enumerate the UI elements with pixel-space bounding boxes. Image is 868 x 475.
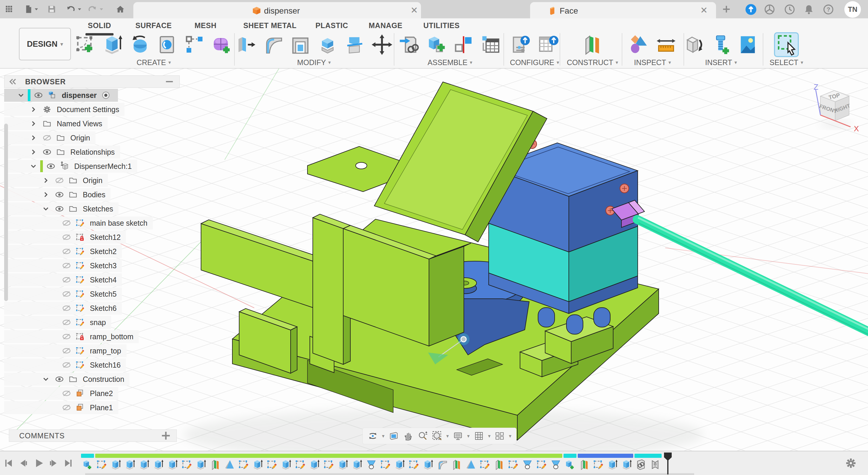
- ribbon-tab-utilities[interactable]: UTILITIES: [423, 21, 460, 30]
- timeline-feature-hole-icon[interactable]: [521, 458, 534, 471]
- timeline-feature-sketch-icon[interactable]: [507, 458, 520, 471]
- timeline-feature-sketch-icon[interactable]: [266, 458, 278, 471]
- timeline-feature-extrude-icon[interactable]: [152, 458, 165, 471]
- add-comment-icon[interactable]: [160, 431, 172, 441]
- tree-item-dispenser[interactable]: dispenser: [4, 89, 118, 102]
- revolve-button[interactable]: [128, 32, 153, 57]
- tree-item-origin[interactable]: Origin: [4, 131, 95, 144]
- timeline-feature-extrude-icon[interactable]: [124, 458, 136, 471]
- tree-expand-icon[interactable]: [27, 160, 40, 173]
- press-pull-button[interactable]: [234, 32, 258, 57]
- configuration-table-button[interactable]: [536, 32, 561, 57]
- tree-item-sketch16[interactable]: Sketch16: [4, 358, 126, 372]
- timeline-feature-hole-icon[interactable]: [550, 458, 562, 471]
- chevron-down-icon[interactable]: ▾: [467, 433, 470, 439]
- tree-expand-icon[interactable]: [27, 146, 40, 158]
- fastener-button[interactable]: [709, 32, 734, 57]
- step-back-button[interactable]: [17, 457, 30, 470]
- timeline-feature-plane-icon[interactable]: [578, 458, 590, 471]
- timeline-feature-sketch-icon[interactable]: [322, 458, 335, 471]
- redo-caret-icon[interactable]: [98, 4, 105, 14]
- visibility-off-icon[interactable]: [60, 273, 73, 286]
- zoom-tool[interactable]: [417, 431, 428, 441]
- tree-expand-icon[interactable]: [27, 117, 40, 130]
- component-table-button[interactable]: [478, 32, 503, 57]
- close-tab-icon[interactable]: ✕: [410, 6, 418, 15]
- tree-expand-icon[interactable]: [27, 131, 40, 144]
- chevron-down-icon[interactable]: ▾: [168, 59, 171, 66]
- new-document-icon[interactable]: [721, 4, 732, 14]
- timeline-feature-extrude-icon[interactable]: [394, 458, 406, 471]
- ribbon-tab-manage[interactable]: MANAGE: [369, 21, 402, 30]
- tree-item-construction[interactable]: Construction: [4, 373, 129, 386]
- ribbon-group-label[interactable]: SELECT: [770, 58, 798, 67]
- extensions-icon[interactable]: [764, 4, 775, 16]
- timeline-feature-sketch-icon[interactable]: [238, 458, 250, 471]
- tree-item-bodies[interactable]: Bodies: [4, 188, 111, 201]
- tree-item-sketch12[interactable]: Sketch12: [4, 231, 126, 244]
- timeline-feature-extrude-icon[interactable]: [351, 458, 363, 471]
- visibility-on-icon[interactable]: [53, 188, 66, 201]
- tree-item-plane2[interactable]: Plane2: [4, 387, 118, 400]
- play-button[interactable]: [33, 457, 45, 470]
- viewport-3d[interactable]: TOPFRONTRIGHTZX: [0, 0, 868, 475]
- timeline-feature-sketch-icon[interactable]: [592, 458, 604, 471]
- measure-shapes-button[interactable]: [626, 32, 651, 57]
- orbit-tool[interactable]: [368, 431, 378, 441]
- timeline-feature-hole-icon[interactable]: [365, 458, 377, 471]
- new-component-button[interactable]: [424, 32, 449, 57]
- tree-item-sketch4[interactable]: Sketch4: [4, 273, 122, 286]
- timeline-feature-fillet-icon[interactable]: [436, 458, 448, 471]
- timeline-feature-sketch-icon[interactable]: [95, 458, 108, 471]
- fit-tool[interactable]: [432, 431, 442, 441]
- skip-start-button[interactable]: [2, 457, 16, 470]
- undo-caret-icon[interactable]: [76, 4, 83, 14]
- tree-item-sketch2[interactable]: Sketch2: [4, 245, 122, 258]
- chevron-down-icon[interactable]: ▾: [446, 433, 449, 439]
- chevron-down-icon[interactable]: ▾: [616, 59, 618, 66]
- timeline-group-bar[interactable]: [634, 454, 662, 458]
- save-icon[interactable]: [47, 4, 57, 14]
- timeline-feature-sketch-icon[interactable]: [408, 458, 420, 471]
- close-tab-icon[interactable]: ✕: [700, 6, 708, 15]
- chevron-down-icon[interactable]: ▾: [470, 59, 472, 66]
- ribbon-tab-plastic[interactable]: PLASTIC: [315, 21, 348, 30]
- home-icon[interactable]: [115, 4, 125, 14]
- hole-button[interactable]: [155, 32, 180, 57]
- timeline-feature-plane-icon[interactable]: [450, 458, 463, 471]
- timeline-feature-component-icon[interactable]: [564, 458, 576, 471]
- timeline-feature-link-icon[interactable]: [635, 458, 647, 471]
- chevron-down-icon[interactable]: ▾: [557, 59, 559, 66]
- document-tab-face[interactable]: Face ✕: [530, 2, 716, 18]
- visibility-off-icon[interactable]: [60, 401, 73, 414]
- timeline-playhead[interactable]: [663, 452, 672, 475]
- timeline-feature-sketch-icon[interactable]: [478, 458, 491, 471]
- visibility-off-icon[interactable]: [60, 259, 73, 272]
- activate-component-radio[interactable]: [99, 89, 113, 102]
- timeline-feature-rigid-group-icon[interactable]: [649, 458, 661, 471]
- tree-item-relationships[interactable]: Relationships: [4, 146, 120, 158]
- tree-expand-icon[interactable]: [39, 188, 53, 201]
- visibility-off-icon[interactable]: [40, 131, 54, 144]
- visibility-off-icon[interactable]: [60, 216, 73, 230]
- timeline-group-bar[interactable]: [95, 454, 562, 458]
- fillet-button[interactable]: [261, 32, 286, 57]
- visibility-off-icon[interactable]: [60, 245, 73, 258]
- shell-button[interactable]: [288, 32, 313, 57]
- joint-button[interactable]: [451, 32, 476, 57]
- timeline-feature-extrude-icon[interactable]: [337, 458, 349, 471]
- configuration-button[interactable]: [508, 32, 533, 57]
- tree-item-main-base-sketch[interactable]: main base sketch: [4, 216, 153, 230]
- visibility-off-icon[interactable]: [60, 288, 73, 300]
- tree-expand-icon[interactable]: [39, 373, 53, 386]
- document-tab-dispenser[interactable]: dispenser ✕: [133, 2, 421, 18]
- timeline-scrollbar[interactable]: [85, 473, 694, 475]
- visibility-on-icon[interactable]: [53, 202, 66, 215]
- timeline-feature-sketch-icon[interactable]: [294, 458, 307, 471]
- timeline-feature-extrude-icon[interactable]: [280, 458, 292, 471]
- chevron-down-icon[interactable]: ▾: [382, 433, 384, 439]
- help-icon[interactable]: ?: [823, 4, 834, 16]
- ribbon-group-label[interactable]: CONFIGURE: [510, 58, 554, 67]
- file-menu-caret-icon[interactable]: [33, 4, 40, 14]
- tree-item-sketch5[interactable]: Sketch5: [4, 288, 122, 300]
